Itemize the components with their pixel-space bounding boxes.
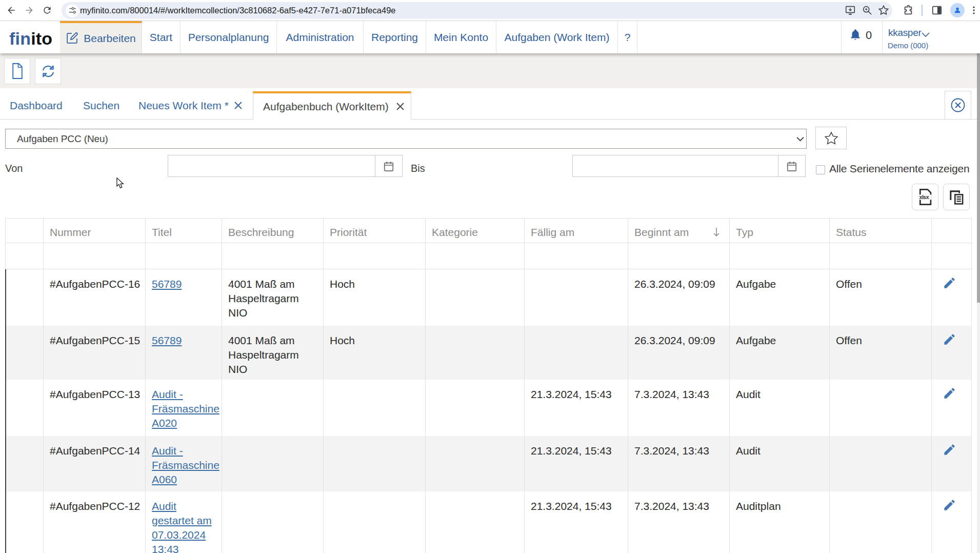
- svg-text:xlsx: xlsx: [919, 194, 929, 200]
